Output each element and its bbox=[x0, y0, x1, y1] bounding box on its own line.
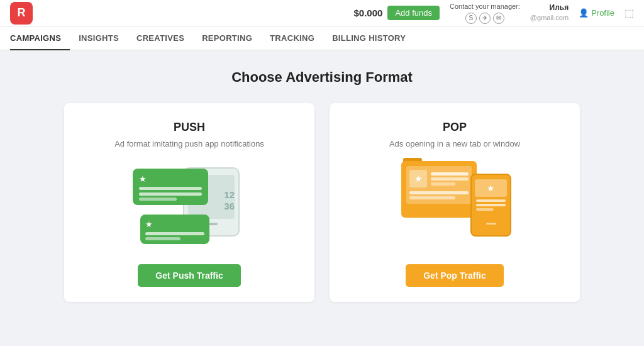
logo[interactable]: R bbox=[10, 2, 33, 25]
pop-phone-line-2 bbox=[476, 204, 506, 206]
pop-monitor-bar-1 bbox=[409, 191, 469, 194]
push-line-5 bbox=[145, 237, 180, 240]
pop-monitor-line-2 bbox=[431, 177, 469, 181]
nav-label-billing: BILLING HISTORY bbox=[332, 33, 406, 43]
page-title: Choose Advertising Format bbox=[231, 69, 413, 86]
pop-monitor-screen: ★ bbox=[406, 166, 472, 204]
pop-card-title: POP bbox=[443, 121, 467, 134]
nav-item-creatives[interactable]: CREATIVES bbox=[128, 26, 193, 50]
header: R $0.000 Add funds Contact your manager:… bbox=[0, 0, 644, 26]
balance-area: $0.000 Add funds bbox=[354, 6, 440, 20]
push-card: PUSH Ad format imitating push app notifi… bbox=[64, 103, 314, 302]
nav-label-insights: INSIGHTS bbox=[79, 33, 119, 43]
pop-phone-line-3 bbox=[476, 208, 494, 211]
pop-phone-lines bbox=[475, 199, 507, 211]
pop-monitor-star: ★ bbox=[409, 170, 427, 187]
pop-card: POP Ads opening in a new tab or window ★ bbox=[330, 103, 580, 302]
header-right: $0.000 Add funds Contact your manager: S… bbox=[354, 2, 634, 23]
push-illustration: 1236 ★ ★ bbox=[133, 161, 246, 249]
nav-item-insights[interactable]: INSIGHTS bbox=[70, 26, 128, 50]
user-email: @gmail.com bbox=[530, 13, 569, 23]
user-name: Илья bbox=[550, 3, 569, 13]
manager-area: Contact your manager: S ✈ ✉ bbox=[450, 2, 520, 23]
nav-label-creatives: CREATIVES bbox=[136, 33, 184, 43]
nav-item-campaigns[interactable]: CAMPAIGNS bbox=[10, 26, 70, 50]
get-pop-traffic-button[interactable]: Get Pop Traffic bbox=[406, 264, 504, 287]
pop-phone: ★ bbox=[470, 174, 511, 237]
add-funds-button[interactable]: Add funds bbox=[387, 6, 440, 20]
user-info: Илья @gmail.com bbox=[530, 3, 569, 23]
skype-icon[interactable]: S bbox=[465, 13, 477, 24]
push-star-2: ★ bbox=[145, 220, 153, 229]
telegram-icon[interactable]: ✈ bbox=[479, 13, 491, 24]
profile-label: Profile bbox=[591, 8, 614, 18]
push-line-1 bbox=[139, 187, 202, 190]
nav-item-billing[interactable]: BILLING HISTORY bbox=[323, 26, 414, 50]
push-star-1: ★ bbox=[139, 174, 147, 184]
balance-amount: $0.000 bbox=[354, 8, 383, 18]
main-content: Choose Advertising Format PUSH Ad format… bbox=[0, 50, 644, 321]
push-line-3 bbox=[139, 198, 177, 201]
logout-icon[interactable]: ⬚ bbox=[625, 7, 634, 19]
nav-label-reporting: REPORTING bbox=[202, 33, 252, 43]
nav-item-reporting[interactable]: REPORTING bbox=[193, 26, 261, 50]
push-card-desc: Ad format imitating push app notificatio… bbox=[114, 139, 264, 148]
nav-label-tracking: TRACKING bbox=[270, 33, 314, 43]
header-left: R bbox=[10, 2, 33, 25]
pop-monitor-bar-2 bbox=[409, 196, 455, 199]
manager-icons: S ✈ ✉ bbox=[465, 13, 504, 24]
profile-link[interactable]: 👤 Profile bbox=[579, 8, 614, 18]
push-line-2 bbox=[139, 193, 202, 196]
main-nav: CAMPAIGNS INSIGHTS CREATIVES REPORTING T… bbox=[0, 26, 644, 50]
profile-icon: 👤 bbox=[579, 8, 589, 18]
logo-letter: R bbox=[18, 6, 26, 20]
pop-phone-star: ★ bbox=[475, 179, 507, 197]
manager-label: Contact your manager: bbox=[450, 2, 520, 11]
get-push-traffic-button[interactable]: Get Push Traffic bbox=[138, 264, 240, 287]
push-notification-2: ★ bbox=[140, 215, 209, 244]
email-icon[interactable]: ✉ bbox=[493, 13, 504, 24]
pop-monitor-line-1 bbox=[431, 172, 469, 176]
pop-monitor: ★ bbox=[401, 161, 477, 218]
push-notification-1: ★ bbox=[133, 169, 208, 205]
cards-row: PUSH Ad format imitating push app notifi… bbox=[64, 103, 580, 302]
pop-phone-home bbox=[486, 223, 496, 225]
pop-monitor-lines bbox=[431, 172, 469, 186]
nav-label-campaigns: CAMPAIGNS bbox=[10, 33, 61, 43]
pop-monitor-line-3 bbox=[431, 182, 455, 186]
push-line-4 bbox=[145, 232, 204, 235]
push-clock: 1236 bbox=[224, 189, 235, 212]
pop-illustration: ★ bbox=[398, 161, 511, 249]
pop-card-desc: Ads opening in a new tab or window bbox=[389, 139, 520, 148]
nav-item-tracking[interactable]: TRACKING bbox=[261, 26, 323, 50]
pop-phone-line-1 bbox=[476, 199, 506, 202]
push-card-title: PUSH bbox=[174, 121, 205, 134]
pop-phone-screen: ★ bbox=[475, 179, 507, 220]
